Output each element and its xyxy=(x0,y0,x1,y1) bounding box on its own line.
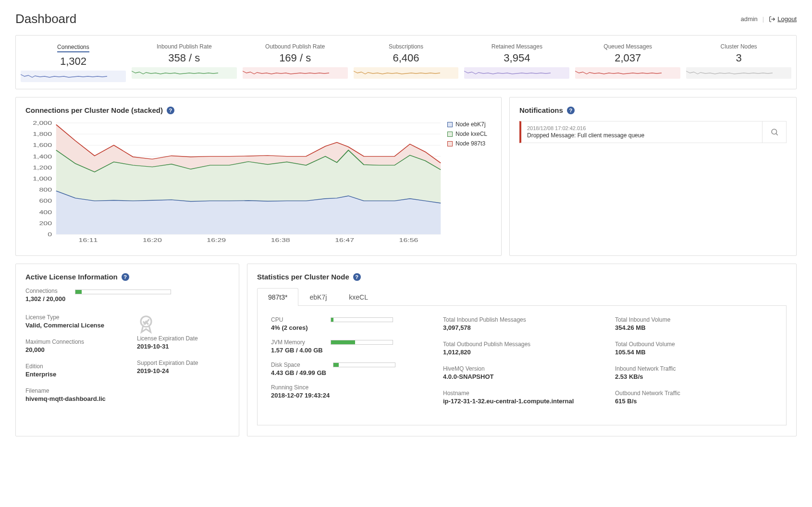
svg-text:16:47: 16:47 xyxy=(335,237,354,243)
kpi-label: Connections xyxy=(57,44,89,52)
svg-text:2,000: 2,000 xyxy=(33,121,52,126)
svg-text:1,400: 1,400 xyxy=(33,154,52,159)
svg-text:1,600: 1,600 xyxy=(33,143,52,148)
legend-item[interactable]: Node kxeCL xyxy=(447,131,492,137)
stats-tab-content: CPU4% (2 cores)JVM Memory1.57 GB / 4.00 … xyxy=(257,306,787,425)
stat-label: Outbound Network Traffic xyxy=(615,390,773,397)
filename-value: hivemq-mqtt-dashboard.lic xyxy=(25,395,118,402)
svg-text:16:56: 16:56 xyxy=(399,237,418,243)
connections-chart-panel: Connections per Cluster Node (stacked) ?… xyxy=(15,97,502,256)
svg-text:16:11: 16:11 xyxy=(79,237,98,243)
stat-progress xyxy=(331,317,393,322)
legend-item[interactable]: Node 987t3 xyxy=(447,140,492,147)
kpi-inbound-publish-rate[interactable]: Inbound Publish Rate358 / s xyxy=(130,40,239,84)
tab-kxeCL[interactable]: kxeCL xyxy=(338,288,379,306)
kpi-label: Inbound Publish Rate xyxy=(132,43,237,50)
svg-text:16:38: 16:38 xyxy=(271,237,290,243)
svg-text:600: 600 xyxy=(39,198,52,204)
svg-text:0: 0 xyxy=(48,231,52,237)
kpi-cluster-nodes[interactable]: Cluster Nodes3 xyxy=(684,40,793,84)
stat-value: 1,012,820 xyxy=(443,349,601,356)
kpi-value: 358 / s xyxy=(132,52,237,64)
kpi-sparkline xyxy=(464,67,569,79)
logout-icon xyxy=(769,16,775,23)
kpi-strip: Connections1,302Inbound Publish Rate358 … xyxy=(15,35,797,89)
stat-label: Total Outbound Publish Messages xyxy=(443,341,601,348)
support-exp-value: 2019-10-24 xyxy=(137,367,229,374)
filename-label: Filename xyxy=(25,387,118,394)
edition-value: Enterprise xyxy=(25,371,118,378)
help-icon[interactable]: ? xyxy=(167,107,174,114)
stat-value: 354.26 MB xyxy=(615,324,773,331)
license-panel: Active License Information ? Connections… xyxy=(15,264,239,436)
tab-987t3[interactable]: 987t3* xyxy=(257,288,298,306)
tab-ebK7j[interactable]: ebK7j xyxy=(298,288,338,306)
kpi-sparkline xyxy=(243,67,348,79)
kpi-retained-messages[interactable]: Retained Messages3,954 xyxy=(462,40,571,84)
svg-text:1,800: 1,800 xyxy=(33,132,52,137)
logout-link[interactable]: Logout xyxy=(769,15,797,23)
stats-title: Statistics per Cluster Node xyxy=(257,273,349,281)
stat-label: Hostname xyxy=(443,390,601,397)
kpi-sparkline xyxy=(132,67,237,79)
license-type-label: License Type xyxy=(25,314,118,321)
stat-label: CPU xyxy=(271,316,324,323)
svg-text:200: 200 xyxy=(39,220,52,226)
svg-text:16:20: 16:20 xyxy=(143,237,162,243)
divider: | xyxy=(763,15,764,23)
kpi-label: Queued Messages xyxy=(575,43,680,50)
max-conn-label: Maximum Connections xyxy=(25,338,118,345)
stat-value: 4.0.0-SNAPSHOT xyxy=(443,373,601,380)
notification-item: 2018/12/08 17:02:42.016Dropped Message: … xyxy=(519,121,787,143)
kpi-sparkline xyxy=(575,67,680,79)
kpi-value: 3,954 xyxy=(464,52,569,64)
legend-label: Node ebK7j xyxy=(455,121,486,128)
notification-inspect-button[interactable] xyxy=(762,121,786,143)
kpi-label: Cluster Nodes xyxy=(686,43,791,50)
kpi-sparkline xyxy=(354,67,459,79)
stat-value: 615 B/s xyxy=(615,398,773,405)
chart-legend: Node ebK7jNode kxeCLNode 987t3 xyxy=(443,121,492,246)
stat-value: 2018-12-07 19:43:24 xyxy=(271,392,429,399)
connections-value: 1,302 / 20,000 xyxy=(25,295,65,302)
legend-item[interactable]: Node ebK7j xyxy=(447,121,492,128)
stat-label: JVM Memory xyxy=(271,339,324,346)
stat-label: Total Outbound Volume xyxy=(615,341,773,348)
help-icon[interactable]: ? xyxy=(122,273,129,281)
stat-label: Inbound Network Traffic xyxy=(615,365,773,372)
svg-text:400: 400 xyxy=(39,209,52,215)
license-title: Active License Information xyxy=(25,273,118,281)
kpi-value: 2,037 xyxy=(575,52,680,64)
kpi-outbound-publish-rate[interactable]: Outbound Publish Rate169 / s xyxy=(241,40,350,84)
kpi-connections[interactable]: Connections1,302 xyxy=(19,40,128,84)
svg-text:16:29: 16:29 xyxy=(207,237,226,243)
logout-label: Logout xyxy=(777,15,797,23)
svg-point-29 xyxy=(772,129,777,134)
stat-label: Total Inbound Volume xyxy=(615,316,773,323)
kpi-subscriptions[interactable]: Subscriptions6,406 xyxy=(352,40,461,84)
connections-chart: 02004006008001,0001,2001,4001,6001,8002,… xyxy=(25,121,443,246)
notifications-title: Notifications xyxy=(519,106,563,114)
stat-value: 3,097,578 xyxy=(443,324,601,331)
stat-progress xyxy=(331,340,393,345)
kpi-label: Subscriptions xyxy=(354,43,459,50)
kpi-label: Outbound Publish Rate xyxy=(243,43,348,50)
legend-label: Node kxeCL xyxy=(455,131,487,137)
stat-value: 1.57 GB / 4.00 GB xyxy=(271,347,324,354)
stat-value: 105.54 MB xyxy=(615,349,773,356)
license-badge-icon xyxy=(137,314,155,335)
kpi-sparkline xyxy=(686,67,791,79)
support-exp-label: Support Expiration Date xyxy=(137,360,229,366)
notifications-panel: Notifications ? 2018/12/08 17:02:42.016D… xyxy=(509,97,797,256)
stat-value: 2.53 KB/s xyxy=(615,373,773,380)
help-icon[interactable]: ? xyxy=(353,273,361,281)
kpi-value: 169 / s xyxy=(243,52,348,64)
svg-text:800: 800 xyxy=(39,187,52,193)
kpi-queued-messages[interactable]: Queued Messages2,037 xyxy=(573,40,682,84)
page-title: Dashboard xyxy=(15,12,76,26)
legend-swatch xyxy=(447,122,453,127)
help-icon[interactable]: ? xyxy=(567,107,575,114)
connections-progress xyxy=(75,290,171,294)
kpi-value: 6,406 xyxy=(354,52,459,64)
chart-title: Connections per Cluster Node (stacked) xyxy=(25,106,163,114)
